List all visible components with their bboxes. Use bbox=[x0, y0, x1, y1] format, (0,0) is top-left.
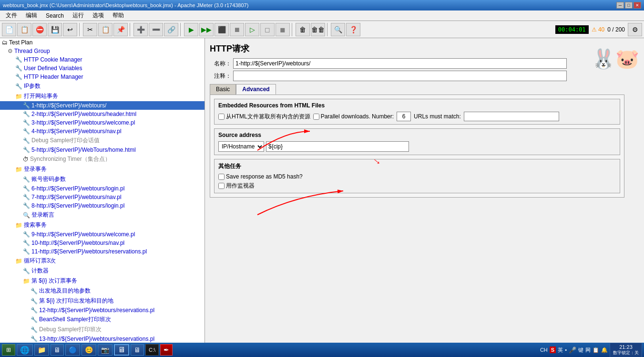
taskbar-key[interactable]: 键 bbox=[578, 346, 583, 354]
tree-header-manager[interactable]: 🔧 HTTP Header Manager bbox=[0, 73, 204, 81]
tree-cookie-manager[interactable]: 🔧 HTTP Cookie Manager bbox=[0, 55, 204, 64]
md5-label-text: Save response as MD5 hash? bbox=[226, 173, 303, 180]
tree-item8[interactable]: 🔧 8-http://${ServerIP}/webtours/login.pl bbox=[0, 201, 204, 210]
taskbar-term1[interactable]: 📷 bbox=[98, 344, 112, 356]
parallel-checkbox[interactable] bbox=[313, 114, 319, 120]
taskbar-cmd[interactable]: C:\ bbox=[145, 344, 159, 356]
tree-item12[interactable]: 🔧 12-http://${ServerIP}/webtours/reserva… bbox=[0, 306, 204, 315]
toolbar-close[interactable]: ⛔ bbox=[32, 23, 47, 36]
toolbar-paste[interactable]: 📌 bbox=[113, 23, 128, 36]
maximize-button[interactable]: □ bbox=[625, 2, 633, 9]
menu-help[interactable]: 帮助 bbox=[109, 10, 128, 21]
menu-file[interactable]: 文件 bbox=[2, 10, 21, 21]
toolbar-collapse[interactable]: ➖ bbox=[149, 23, 163, 36]
tree-sync-timer[interactable]: ⏱ Synchronizing Timer（集合点） bbox=[0, 154, 204, 164]
tree-item7[interactable]: 🔧 7-http://${ServerIP}/webtours/nav.pl bbox=[0, 193, 204, 201]
toolbar-stop[interactable]: ⬛ bbox=[215, 23, 229, 36]
toolbar-save[interactable]: 💾 bbox=[48, 23, 62, 36]
tree-item5[interactable]: 🔧 5-http://${ServerIP}/WebTours/home.htm… bbox=[0, 146, 204, 154]
taskbar-bell[interactable]: 🔔 bbox=[601, 347, 608, 353]
monitor-checkbox[interactable] bbox=[218, 183, 225, 189]
taskbar-term3[interactable]: 🖥 bbox=[131, 344, 144, 356]
tree-user-defined[interactable]: 🔧 User Defined Variables bbox=[0, 64, 204, 73]
name-input[interactable] bbox=[233, 58, 567, 69]
toolbar-clear[interactable]: 🗑 bbox=[296, 23, 310, 36]
comment-input[interactable] bbox=[233, 71, 567, 81]
taskbar-lang[interactable]: 英 bbox=[558, 346, 563, 354]
taskbar-editor[interactable]: ✒ bbox=[160, 344, 173, 356]
source-dropdown[interactable]: IP/Hostname Device Device IPv4 Device IP… bbox=[218, 141, 264, 152]
toolbar-help[interactable]: ❓ bbox=[346, 23, 360, 36]
tree-loop-trans[interactable]: 📁 循环订票3次 bbox=[0, 256, 204, 266]
toolbar-search[interactable]: 🔍 bbox=[331, 23, 345, 36]
taskbar-chrome[interactable]: 🔵 bbox=[65, 344, 80, 356]
taskbar-term2[interactable]: 🖥 bbox=[114, 344, 129, 356]
minimize-button[interactable]: ─ bbox=[616, 2, 624, 9]
tree-item3[interactable]: 🔧 3-http://${ServerIP}/webtours/welcome.… bbox=[0, 118, 204, 127]
toolbar-revert[interactable]: ↩ bbox=[63, 23, 77, 36]
toolbar-remote-stop-all[interactable]: ◼ bbox=[276, 23, 290, 36]
toolbar-copy[interactable]: 📋 bbox=[98, 23, 112, 36]
tree-login-assert[interactable]: 🔍 登录断言 bbox=[0, 210, 204, 220]
md5-checkbox[interactable] bbox=[218, 174, 225, 180]
toolbar-clear-all[interactable]: 🗑🗑 bbox=[311, 23, 325, 36]
tree-debug2[interactable]: 🔧 Debug Sampler打印班次 bbox=[0, 325, 204, 335]
parallel-input[interactable] bbox=[397, 112, 411, 121]
taskbar-ie[interactable]: 🌐 bbox=[17, 344, 33, 356]
tree-item1[interactable]: 🔧 1-http://${ServerIP}/webtours/ bbox=[0, 101, 204, 110]
urls-must-match-input[interactable] bbox=[464, 112, 559, 121]
taskbar-clip[interactable]: 📋 bbox=[593, 347, 599, 353]
start-button[interactable]: ⊞ bbox=[2, 344, 15, 356]
tree-item4[interactable]: 🔧 4-http://${ServerIP}/webtours/nav.pl bbox=[0, 127, 204, 136]
tree-bean-sampler[interactable]: 🔧 BeanShell Sampler打印班次 bbox=[0, 315, 204, 325]
md5-checkbox-label[interactable]: Save response as MD5 hash? bbox=[218, 173, 616, 180]
taskbar-clock[interactable]: 21:23 数字锁定：关 bbox=[610, 343, 642, 357]
tree-item2[interactable]: 🔧 2-http://${ServerIP}/webtours/header.h… bbox=[0, 110, 204, 118]
menu-edit[interactable]: 编辑 bbox=[22, 10, 41, 21]
tree-item9[interactable]: 🔧 9-http://${ServerIP}/webtours/welcome.… bbox=[0, 230, 204, 239]
tree-debug1[interactable]: 🔧 Debug Sampler打印会话值 bbox=[0, 136, 204, 146]
toolbar-expand[interactable]: ➕ bbox=[133, 23, 148, 36]
toolbar-remote[interactable]: 🔗 bbox=[164, 23, 178, 36]
tree-thread-group[interactable]: ⚙ Thread Group bbox=[0, 47, 204, 55]
tree-search-trans[interactable]: 📁 搜索事务 bbox=[0, 220, 204, 230]
tree-item6[interactable]: 🔧 6-http://${ServerIP}/webtours/login.pl bbox=[0, 184, 204, 193]
embedded-checkbox-label[interactable]: 从HTML文件篡取所有内含的资源 bbox=[218, 113, 310, 121]
tree-item11[interactable]: 🔧 11-http://${ServerIP}/webtours/reserva… bbox=[0, 247, 204, 256]
monitor-checkbox-label[interactable]: 用作监视器 bbox=[218, 182, 616, 190]
tree-counter[interactable]: 🔧 计数器 bbox=[0, 266, 204, 276]
tree-print-dest[interactable]: 🔧 第 ${i} 次打印出发地和目的地 bbox=[0, 296, 204, 306]
source-input[interactable] bbox=[266, 141, 409, 152]
tree-item10[interactable]: 🔧 10-http://${ServerIP}/webtours/nav.pl bbox=[0, 239, 204, 247]
toolbar-remote-stop[interactable]: ◻ bbox=[260, 23, 275, 36]
taskbar-net[interactable]: 网 bbox=[585, 346, 591, 354]
taskbar-dot: • bbox=[565, 347, 567, 353]
tab-basic[interactable]: Basic bbox=[210, 84, 236, 94]
taskbar-mic[interactable]: 🎤 bbox=[569, 346, 576, 354]
toolbar-cut[interactable]: ✂ bbox=[83, 23, 97, 36]
embedded-checkbox[interactable] bbox=[218, 114, 225, 120]
toolbar-start[interactable]: ▶ bbox=[184, 23, 198, 36]
menu-options[interactable]: 选项 bbox=[89, 10, 108, 21]
menu-run[interactable]: 运行 bbox=[69, 10, 88, 21]
toolbar-new[interactable]: 📄 bbox=[2, 23, 16, 36]
toolbar-start-nolog[interactable]: ▶▶ bbox=[199, 23, 214, 36]
toolbar-settings[interactable]: ⚙ bbox=[628, 23, 642, 36]
tab-advanced[interactable]: Advanced bbox=[236, 84, 276, 94]
toolbar-shutdown[interactable]: ⏹ bbox=[230, 23, 244, 36]
tree-ip-param[interactable]: 🔧 IP参数 bbox=[0, 81, 204, 91]
tree-item13[interactable]: 🔧 13-http://${ServerIP}/webtours/reserva… bbox=[0, 335, 204, 343]
taskbar-folder[interactable]: 📁 bbox=[34, 344, 49, 356]
tree-visit-web[interactable]: 📁 打开网站事务 bbox=[0, 91, 204, 101]
taskbar-computer[interactable]: 🖥 bbox=[51, 344, 64, 356]
tree-nth-trans[interactable]: 📁 第 ${i} 次订票事务 bbox=[0, 276, 204, 286]
menu-search[interactable]: Search bbox=[42, 11, 68, 20]
tree-test-plan[interactable]: 🗂 Test Plan bbox=[0, 38, 204, 47]
tree-login-trans[interactable]: 📁 登录事务 bbox=[0, 164, 204, 174]
toolbar-remote-start[interactable]: ▷ bbox=[245, 23, 259, 36]
toolbar-template[interactable]: 📋 bbox=[17, 23, 31, 36]
tree-account-param[interactable]: 🔧 账号密码参数 bbox=[0, 174, 204, 184]
taskbar-face[interactable]: 😊 bbox=[82, 344, 96, 356]
tree-dest-param[interactable]: 🔧 出发地及目的地参数 bbox=[0, 286, 204, 296]
close-button[interactable]: ✕ bbox=[634, 2, 641, 9]
